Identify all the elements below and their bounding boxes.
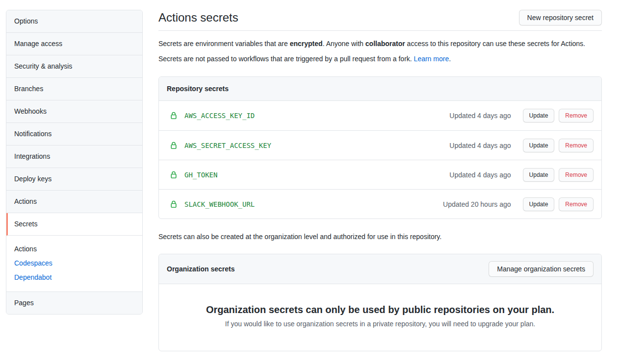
page-header: Actions secrets New repository secret <box>158 10 602 31</box>
sidebar-item-webhooks[interactable]: Webhooks <box>6 100 142 123</box>
organization-secrets-header: Organization secrets Manage organization… <box>159 254 601 284</box>
secret-row: SLACK_WEBHOOK_URL Updated 20 hours ago U… <box>159 189 601 218</box>
empty-state-title: Organization secrets can only be used by… <box>179 304 582 315</box>
sidebar-item-deploy-keys[interactable]: Deploy keys <box>6 168 142 191</box>
remove-secret-button[interactable]: Remove <box>559 168 594 182</box>
desc-text: Secrets are environment variables that a… <box>158 40 290 48</box>
repository-secrets-header: Repository secrets <box>159 77 601 101</box>
sidebar-item-secrets[interactable]: Secrets <box>6 213 142 236</box>
description-line-1: Secrets are environment variables that a… <box>158 39 602 49</box>
organization-secrets-box: Organization secrets Manage organization… <box>158 254 602 351</box>
main-content: Actions secrets New repository secret Se… <box>158 10 602 351</box>
learn-more-link[interactable]: Learn more <box>414 55 449 63</box>
lock-icon <box>170 200 178 208</box>
update-secret-button[interactable]: Update <box>523 139 555 152</box>
update-secret-button[interactable]: Update <box>523 109 555 122</box>
secret-updated: Updated 20 hours ago <box>443 200 511 208</box>
organization-note: Secrets can also be created at the organ… <box>158 232 602 242</box>
lock-icon <box>170 112 178 120</box>
organization-secrets-title: Organization secrets <box>167 265 235 273</box>
remove-secret-button[interactable]: Remove <box>559 109 594 122</box>
desc-bold-encrypted: encrypted <box>290 40 323 48</box>
secret-row: AWS_ACCESS_KEY_ID Updated 4 days ago Upd… <box>159 101 601 130</box>
description-line-2: Secrets are not passed to workflows that… <box>158 54 602 64</box>
desc-text: . Anyone with <box>323 40 365 48</box>
sidebar-item-pages[interactable]: Pages <box>6 292 142 314</box>
secret-updated: Updated 4 days ago <box>449 112 511 120</box>
secret-updated: Updated 4 days ago <box>449 142 511 149</box>
desc-text: Secrets are not passed to workflows that… <box>158 55 414 63</box>
desc-text: . <box>449 55 451 63</box>
submenu-item-dependabot[interactable]: Dependabot <box>6 270 142 285</box>
remove-secret-button[interactable]: Remove <box>559 197 594 211</box>
secret-updated: Updated 4 days ago <box>449 171 511 179</box>
sidebar-item-options[interactable]: Options <box>6 10 142 33</box>
sidebar-item-actions[interactable]: Actions <box>6 191 142 213</box>
settings-page: Options Manage access Security & analysi… <box>0 0 622 351</box>
secrets-submenu: Actions Codespaces Dependabot <box>6 236 142 292</box>
sidebar-item-manage-access[interactable]: Manage access <box>6 33 142 55</box>
secret-name: SLACK_WEBHOOK_URL <box>184 200 255 208</box>
update-secret-button[interactable]: Update <box>523 197 555 211</box>
submenu-item-codespaces[interactable]: Codespaces <box>6 256 142 270</box>
organization-secrets-empty-state: Organization secrets can only be used by… <box>159 284 601 351</box>
update-secret-button[interactable]: Update <box>523 168 555 182</box>
settings-sidebar: Options Manage access Security & analysi… <box>6 10 143 315</box>
repository-secrets-title: Repository secrets <box>167 85 229 93</box>
sidebar-item-integrations[interactable]: Integrations <box>6 146 142 168</box>
repository-secrets-box: Repository secrets AWS_ACCESS_KEY_ID Upd… <box>158 76 602 219</box>
lock-icon <box>170 171 178 179</box>
secret-name: AWS_ACCESS_KEY_ID <box>184 112 255 120</box>
desc-text: access to this repository can use these … <box>405 40 585 48</box>
lock-icon <box>170 142 178 149</box>
new-repository-secret-button[interactable]: New repository secret <box>519 10 602 25</box>
manage-organization-secrets-button[interactable]: Manage organization secrets <box>489 261 594 277</box>
remove-secret-button[interactable]: Remove <box>559 139 594 152</box>
submenu-item-actions[interactable]: Actions <box>6 242 142 256</box>
sidebar-item-security-analysis[interactable]: Security & analysis <box>6 55 142 78</box>
secret-row: GH_TOKEN Updated 4 days ago Update Remov… <box>159 160 601 189</box>
page-description: Secrets are environment variables that a… <box>158 39 602 64</box>
desc-bold-collaborator: collaborator <box>365 40 405 48</box>
sidebar-item-notifications[interactable]: Notifications <box>6 123 142 146</box>
secret-name: GH_TOKEN <box>184 171 217 179</box>
empty-state-subtitle: If you would like to use organization se… <box>179 320 582 328</box>
secret-name: AWS_SECRET_ACCESS_KEY <box>184 142 271 149</box>
page-title: Actions secrets <box>158 10 238 25</box>
sidebar-item-branches[interactable]: Branches <box>6 78 142 100</box>
secret-row: AWS_SECRET_ACCESS_KEY Updated 4 days ago… <box>159 130 601 160</box>
